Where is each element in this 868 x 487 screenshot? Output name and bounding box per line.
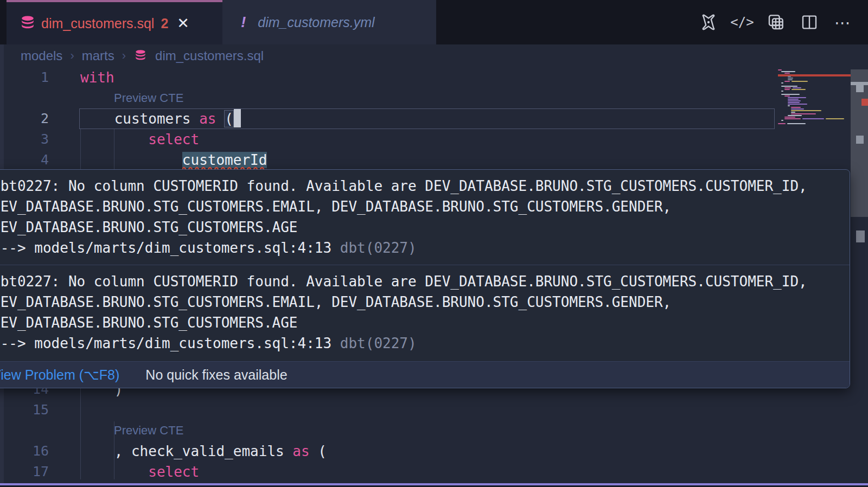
- code-text[interactable]: , check_valid_emails as (: [80, 441, 327, 462]
- minimap-code-line: [788, 104, 807, 105]
- line-number: 1: [0, 67, 49, 88]
- minimap-code-line: [784, 117, 795, 118]
- code-line: 2 customers as (: [0, 108, 868, 129]
- code-line: 3 select: [0, 129, 868, 150]
- minimap-code-line: [784, 87, 791, 88]
- indent-guide: [114, 421, 114, 479]
- minimap-code-line: [788, 78, 793, 79]
- minimap-code-line: [787, 123, 806, 124]
- view-problem-link[interactable]: View Problem (⌥F8): [0, 367, 119, 383]
- split-editor-icon[interactable]: [800, 12, 819, 32]
- code-lens-preview-cte[interactable]: Preview CTE: [114, 420, 183, 441]
- breadcrumb: models › marts › dim_customers.sql: [21, 44, 264, 67]
- breadcrumb-file[interactable]: dim_customers.sql: [155, 48, 264, 63]
- minimap-code-line: [791, 112, 795, 113]
- database-icon: [135, 49, 146, 62]
- minimap-code-line: [826, 118, 844, 119]
- minimap-code-line: [788, 100, 801, 101]
- indent-guide: [80, 379, 81, 479]
- line-number: 15: [0, 400, 49, 420]
- minimap-code-line: [788, 97, 806, 98]
- tab-title: dim_customers.yml: [258, 15, 374, 30]
- tab-title: dim_customers.sql: [41, 16, 154, 31]
- line-number: 2: [0, 108, 49, 129]
- overview-ruler-error-mark: [861, 99, 868, 106]
- minimap-code-line: [781, 91, 783, 92]
- line-number: 4: [0, 150, 49, 170]
- minimap-code-line: [791, 113, 816, 114]
- code-text[interactable]: select: [80, 129, 199, 150]
- database-icon: [21, 15, 35, 31]
- indent-guide: [114, 129, 114, 169]
- editor-window: dim_customers.sql 2 ✕ ! dim_customers.ym…: [0, 0, 868, 487]
- minimap-code-line: [778, 123, 786, 124]
- warning-icon: !: [241, 14, 246, 31]
- chevron-right-icon: ›: [122, 49, 126, 63]
- minimap-code-line: [791, 107, 801, 108]
- breadcrumb-models[interactable]: models: [21, 48, 62, 63]
- minimap-code-line: [781, 71, 795, 72]
- minimap-code-line: [784, 95, 790, 97]
- overview-ruler-mark: [856, 230, 865, 242]
- tab-dim-customers-yml[interactable]: ! dim_customers.yml: [222, 0, 436, 44]
- minimap-code-line: [792, 89, 806, 90]
- diagnostic-code: dbt(0227): [340, 240, 417, 256]
- no-quick-fixes-label: No quick fixes available: [145, 367, 287, 383]
- minimap-code-line: [781, 120, 783, 121]
- close-icon[interactable]: ✕: [177, 16, 189, 31]
- minimap-code-line: [788, 76, 791, 77]
- minimap-code-line: [788, 79, 793, 80]
- code-lens-preview-cte[interactable]: Preview CTE: [114, 88, 183, 108]
- query-results-icon[interactable]: [766, 12, 786, 32]
- code-text[interactable]: with: [80, 67, 114, 88]
- minimap-code-line: [788, 102, 800, 103]
- dbt-logo-icon[interactable]: [699, 12, 718, 32]
- code-text[interactable]: customers as (: [80, 108, 241, 129]
- overview-ruler-mark: [856, 85, 864, 92]
- minimap[interactable]: [778, 69, 851, 140]
- code-line: 17 select: [0, 462, 868, 482]
- diagnostic-code: dbt(0227): [340, 335, 417, 351]
- tab-dim-customers-sql[interactable]: dim_customers.sql 2 ✕: [7, 0, 222, 44]
- minimap-code-line: [784, 81, 790, 82]
- code-lens-row: Preview CTE: [0, 88, 868, 108]
- minimap-code-line: [784, 89, 790, 90]
- compile-code-icon[interactable]: </>: [732, 12, 752, 32]
- indent-guide: [80, 129, 81, 169]
- code-line: 1with: [0, 67, 868, 88]
- editor-actions: </> ⋯: [699, 0, 853, 44]
- minimap-code-line: [788, 115, 802, 116]
- minimap-code-line: [784, 118, 801, 119]
- problem-hover-tooltip: dbt0227: No column CUSTOMERID found. Ava…: [0, 169, 850, 388]
- minimap-code-line: [784, 73, 790, 74]
- minimap-code-line: [792, 81, 808, 82]
- line-number: 17: [0, 462, 49, 482]
- text-cursor: [234, 109, 241, 127]
- line-number: 16: [0, 441, 49, 462]
- code-lens-row: Preview CTE: [0, 420, 868, 441]
- hover-status-bar: View Problem (⌥F8) No quick fixes availa…: [0, 361, 850, 388]
- minimap-code-line: [781, 94, 800, 95]
- code-line: 16 , check_valid_emails as (: [0, 441, 868, 462]
- breadcrumb-marts[interactable]: marts: [82, 48, 114, 63]
- minimap-code-line: [781, 82, 783, 84]
- hover-diagnostics: dbt0227: No column CUSTOMERID found. Ava…: [0, 170, 850, 360]
- more-actions-icon[interactable]: ⋯: [833, 12, 853, 32]
- diagnostic-message: dbt0227: No column CUSTOMERID found. Ava…: [0, 265, 850, 360]
- chevron-right-icon: ›: [70, 49, 74, 63]
- minimap-code-line: [781, 86, 797, 87]
- overview-ruler-mark: [856, 136, 864, 144]
- diagnostic-message: dbt0227: No column CUSTOMERID found. Ava…: [0, 170, 850, 265]
- minimap-code-line: [788, 99, 799, 100]
- tab-problems-badge: 2: [161, 16, 168, 31]
- line-number: 3: [0, 129, 49, 150]
- minimap-code-line: [793, 87, 801, 88]
- code-line: 4 customerId: [0, 150, 868, 170]
- code-line: 15: [0, 400, 868, 420]
- minimap-code-line: [802, 118, 824, 119]
- code-text[interactable]: select: [80, 462, 199, 482]
- minimap-code-line: [788, 105, 790, 106]
- minimap-code-line: [791, 108, 804, 110]
- minimap-code-line: [791, 110, 821, 111]
- tab-bar: dim_customers.sql 2 ✕ ! dim_customers.ym…: [0, 0, 868, 44]
